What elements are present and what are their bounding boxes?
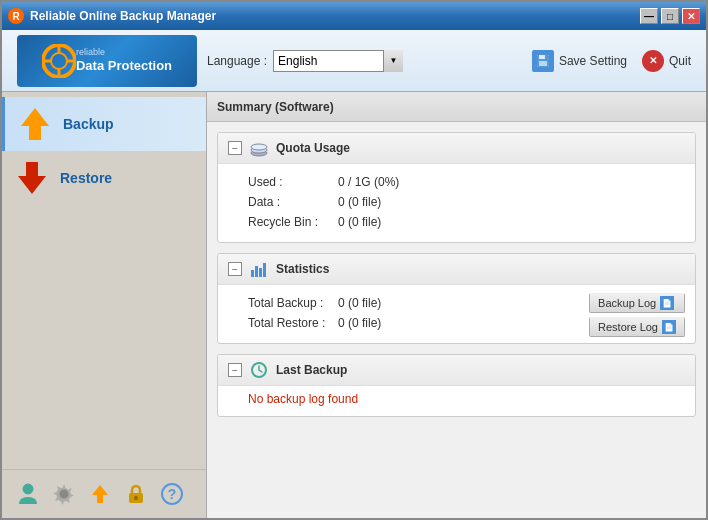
- quota-data-value: 0 (0 file): [338, 195, 381, 209]
- window-title: Reliable Online Backup Manager: [30, 9, 216, 23]
- save-icon: [532, 50, 554, 72]
- stats-body: Total Backup : 0 (0 file) Total Restore …: [218, 285, 695, 343]
- save-setting-label: Save Setting: [559, 54, 627, 68]
- person-icon[interactable]: [14, 480, 42, 508]
- content-title: Summary (Software): [217, 100, 334, 114]
- sidebar-item-restore[interactable]: Restore: [2, 151, 206, 205]
- restore-log-label: Restore Log: [598, 321, 658, 333]
- svg-point-22: [251, 144, 267, 150]
- svg-rect-8: [539, 55, 545, 59]
- arrow-down-icon: [14, 160, 50, 196]
- quota-section-header: − Quota Usage: [218, 133, 695, 164]
- svg-marker-11: [18, 162, 46, 194]
- upload-icon[interactable]: [86, 480, 114, 508]
- stats-restore-value: 0 (0 file): [338, 316, 381, 330]
- stats-collapse-button[interactable]: −: [228, 262, 242, 276]
- backup-arrow-icon: [17, 106, 53, 142]
- content-body: − Quota Usage: [207, 122, 706, 518]
- backup-log-icon: 📄: [660, 296, 674, 310]
- quota-body: Used : 0 / 1G (0%) Data : 0 (0 file) Rec…: [218, 164, 695, 242]
- floppy-icon: [536, 54, 550, 68]
- statistics-section: − Statistics: [217, 253, 696, 344]
- app-window: R Reliable Online Backup Manager — □ ✕: [0, 0, 708, 520]
- last-backup-collapse-button[interactable]: −: [228, 363, 242, 377]
- close-button[interactable]: ✕: [682, 8, 700, 24]
- quota-collapse-button[interactable]: −: [228, 141, 242, 155]
- svg-text:?: ?: [168, 486, 177, 502]
- last-backup-title: Last Backup: [276, 363, 347, 377]
- svg-point-1: [51, 53, 67, 69]
- main-area: reliable Data Protection Language : Engl…: [2, 30, 706, 518]
- restore-arrow-icon: [14, 160, 50, 196]
- last-backup-header: − Last Backup: [218, 355, 695, 386]
- content-area: Summary (Software) −: [207, 92, 706, 518]
- svg-rect-9: [539, 61, 547, 66]
- logo-text: reliable Data Protection: [76, 47, 172, 73]
- svg-point-17: [134, 496, 138, 500]
- quota-icon: [250, 139, 268, 157]
- svg-point-12: [23, 484, 33, 494]
- stats-section-header: − Statistics: [218, 254, 695, 285]
- svg-rect-26: [263, 263, 266, 277]
- quota-recycle-row: Recycle Bin : 0 (0 file): [248, 212, 680, 232]
- quota-recycle-label: Recycle Bin :: [248, 215, 338, 229]
- maximize-button[interactable]: □: [661, 8, 679, 24]
- toolbar-right: Language : English French German Spanish…: [207, 50, 691, 72]
- lock-icon[interactable]: [122, 480, 150, 508]
- arrow-up-icon: [17, 106, 53, 142]
- content-header: Summary (Software): [207, 92, 706, 122]
- stats-title: Statistics: [276, 262, 329, 276]
- svg-rect-24: [255, 266, 258, 277]
- sidebar-item-backup[interactable]: Backup: [2, 97, 206, 151]
- sidebar: Backup Restore: [2, 92, 207, 518]
- restore-label: Restore: [60, 170, 112, 186]
- window-controls: — □ ✕: [640, 8, 700, 24]
- minimize-button[interactable]: —: [640, 8, 658, 24]
- stats-restore-label: Total Restore :: [248, 316, 338, 330]
- last-backup-icon: [250, 361, 268, 379]
- quota-title: Quota Usage: [276, 141, 350, 155]
- sidebar-nav: Backup Restore: [2, 92, 206, 210]
- backup-label: Backup: [63, 116, 114, 132]
- quota-data-row: Data : 0 (0 file): [248, 192, 680, 212]
- logo-lifering-icon: [42, 44, 76, 78]
- quota-used-label: Used :: [248, 175, 338, 189]
- sidebar-bottom: ?: [2, 469, 206, 518]
- stats-icon: [250, 260, 268, 278]
- language-select[interactable]: English French German Spanish Chinese: [273, 50, 403, 72]
- quota-data-label: Data :: [248, 195, 338, 209]
- stats-backup-value: 0 (0 file): [338, 296, 381, 310]
- stats-backup-label: Total Backup :: [248, 296, 338, 310]
- backup-log-label: Backup Log: [598, 297, 656, 309]
- last-backup-section: − Last Backup No backup log found: [217, 354, 696, 417]
- settings-icon[interactable]: [50, 480, 78, 508]
- language-area: Language : English French German Spanish…: [207, 50, 403, 72]
- save-setting-button[interactable]: Save Setting: [532, 50, 627, 72]
- title-bar: R Reliable Online Backup Manager — □ ✕: [2, 2, 706, 30]
- toolbar: reliable Data Protection Language : Engl…: [2, 30, 706, 92]
- restore-log-button[interactable]: Restore Log 📄: [589, 317, 685, 337]
- logo: reliable Data Protection: [17, 35, 197, 87]
- quota-recycle-value: 0 (0 file): [338, 215, 381, 229]
- no-backup-text: No backup log found: [248, 392, 358, 406]
- svg-marker-15: [92, 485, 108, 503]
- quota-used-row: Used : 0 / 1G (0%): [248, 172, 680, 192]
- language-label: Language :: [207, 54, 267, 68]
- restore-log-icon: 📄: [662, 320, 676, 334]
- quit-label: Quit: [669, 54, 691, 68]
- log-buttons: Backup Log 📄 Restore Log 📄: [589, 293, 685, 337]
- help-icon[interactable]: ?: [158, 480, 186, 508]
- app-icon: R: [8, 8, 24, 24]
- last-backup-body: No backup log found: [218, 386, 695, 416]
- svg-marker-10: [21, 108, 49, 140]
- quota-section: − Quota Usage: [217, 132, 696, 243]
- quit-icon: ✕: [642, 50, 664, 72]
- svg-rect-25: [259, 268, 262, 277]
- svg-rect-23: [251, 270, 254, 277]
- body-area: Backup Restore: [2, 92, 706, 518]
- backup-log-button[interactable]: Backup Log 📄: [589, 293, 685, 313]
- toolbar-actions: Save Setting ✕ Quit: [532, 50, 691, 72]
- quit-button[interactable]: ✕ Quit: [642, 50, 691, 72]
- language-select-wrapper: English French German Spanish Chinese ▼: [273, 50, 403, 72]
- quota-used-value: 0 / 1G (0%): [338, 175, 399, 189]
